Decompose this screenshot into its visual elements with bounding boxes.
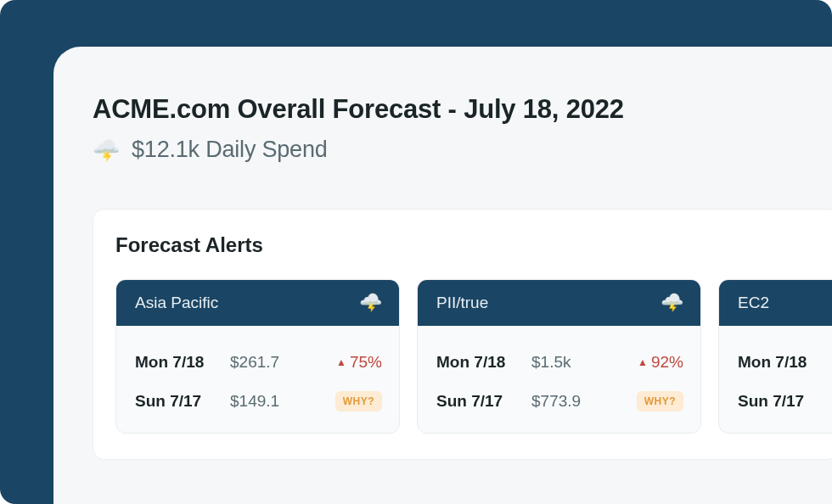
alert-row-value: $261.7 xyxy=(230,353,306,372)
alert-row: Sun 7/17 xyxy=(738,382,832,421)
alert-card-body: Mon 7/18 Sun 7/17 xyxy=(719,326,832,433)
alert-card-header: PII/true 🌩️ xyxy=(418,280,700,326)
alert-row-delta-value: 75% xyxy=(350,353,382,372)
alert-row: Mon 7/18 $1.5k ▲ 92% xyxy=(436,343,683,382)
alert-card-body: Mon 7/18 $1.5k ▲ 92% Sun 7/17 $773.9 WHY… xyxy=(418,326,700,433)
alert-row: Mon 7/18 xyxy=(738,343,832,382)
alert-row-date: Mon 7/18 xyxy=(436,353,531,372)
alert-row-date: Sun 7/17 xyxy=(436,392,531,411)
alert-card-header: Asia Pacific 🌩️ xyxy=(116,280,399,326)
alert-row-date: Sun 7/17 xyxy=(135,392,230,411)
alert-row: Sun 7/17 $149.1 WHY? xyxy=(135,382,382,421)
alert-row-date: Sun 7/17 xyxy=(738,392,832,411)
alert-row-value: $773.9 xyxy=(531,392,608,411)
alert-card-name: PII/true xyxy=(436,294,488,312)
up-arrow-icon: ▲ xyxy=(638,356,648,368)
forecast-alerts-panel: Forecast Alerts Asia Pacific 🌩️ Mon 7/18… xyxy=(93,209,832,460)
alert-row-date: Mon 7/18 xyxy=(135,353,230,372)
alert-card-name: Asia Pacific xyxy=(135,294,218,312)
alert-row: Sun 7/17 $773.9 WHY? xyxy=(436,382,683,421)
alert-card-header: EC2 🌩️ xyxy=(719,280,832,326)
storm-cloud-icon: 🌩️ xyxy=(359,294,382,312)
why-button[interactable]: WHY? xyxy=(335,391,382,412)
alert-row-delta: ▲ 92% xyxy=(638,353,683,372)
alert-card-name: EC2 xyxy=(738,294,769,312)
alert-card-pii-true[interactable]: PII/true 🌩️ Mon 7/18 $1.5k ▲ 92% xyxy=(417,279,701,434)
why-button[interactable]: WHY? xyxy=(637,391,683,412)
alert-row-value: $1.5k xyxy=(531,353,608,372)
storm-cloud-icon: 🌩️ xyxy=(93,139,120,161)
alert-card-ec2[interactable]: EC2 🌩️ Mon 7/18 Sun 7/17 xyxy=(718,279,832,434)
alert-card-asia-pacific[interactable]: Asia Pacific 🌩️ Mon 7/18 $261.7 ▲ 75% xyxy=(115,279,400,434)
subtitle-row: 🌩️ $12.1k Daily Spend xyxy=(93,137,832,163)
alert-row-delta-value: 92% xyxy=(651,353,683,372)
alert-card-body: Mon 7/18 $261.7 ▲ 75% Sun 7/17 $149.1 WH… xyxy=(116,326,399,433)
alert-cards-row: Asia Pacific 🌩️ Mon 7/18 $261.7 ▲ 75% xyxy=(115,279,817,434)
alert-row: Mon 7/18 $261.7 ▲ 75% xyxy=(135,343,382,382)
up-arrow-icon: ▲ xyxy=(336,356,346,368)
forecast-alerts-title: Forecast Alerts xyxy=(115,233,817,257)
page-title: ACME.com Overall Forecast - July 18, 202… xyxy=(93,94,832,125)
storm-cloud-icon: 🌩️ xyxy=(661,294,683,312)
daily-spend-label: $12.1k Daily Spend xyxy=(132,137,328,163)
alert-row-delta: ▲ 75% xyxy=(336,353,382,372)
alert-row-date: Mon 7/18 xyxy=(738,353,832,372)
app-frame-outer: ACME.com Overall Forecast - July 18, 202… xyxy=(0,0,832,504)
app-frame-inner: ACME.com Overall Forecast - July 18, 202… xyxy=(53,47,832,504)
alert-row-value: $149.1 xyxy=(230,392,306,411)
